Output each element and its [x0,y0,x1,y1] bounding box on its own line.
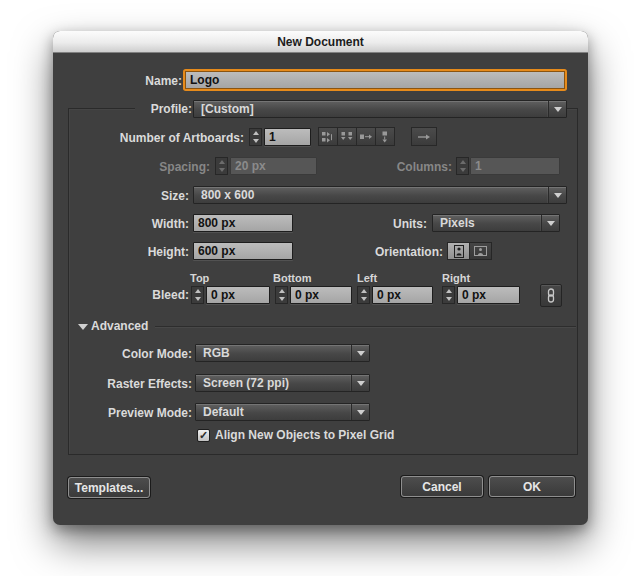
advanced-disclosure-triangle-icon[interactable] [78,324,88,330]
stepper-down-icon[interactable] [443,295,454,303]
name-input[interactable] [185,71,565,89]
arrange-by-column-icon [378,131,392,143]
height-label: Height: [73,245,189,260]
orientation-portrait-button[interactable] [447,242,470,260]
ok-button[interactable]: OK [489,476,575,497]
cancel-button[interactable]: Cancel [401,476,483,497]
bleed-link-button[interactable] [540,284,562,307]
color-mode-label: Color Mode: [53,347,192,362]
size-dropdown[interactable]: 800 x 600 [193,186,567,204]
color-mode-value: RGB [203,346,351,360]
bleed-left-input[interactable] [372,286,433,304]
bleed-left-stepper[interactable] [357,286,370,304]
orientation-buttons [447,242,492,260]
columns-stepper [456,157,469,175]
width-input[interactable] [193,214,293,232]
bleed-right-input[interactable] [457,286,520,304]
dropdown-arrow-icon [548,101,566,117]
bleed-top-stepper[interactable] [191,286,204,304]
raster-effects-value: Screen (72 ppi) [203,376,351,390]
dropdown-arrow-icon [351,404,369,420]
units-label: Units: [343,217,427,232]
spacing-label: Spacing: [73,160,210,175]
advanced-divider [155,326,576,327]
dropdown-arrow-icon [548,187,566,203]
preview-mode-value: Default [203,405,351,419]
checkmark-icon: ✓ [199,429,208,441]
profile-dropdown[interactable]: [Custom] [193,100,567,118]
size-label: Size: [73,189,189,204]
bleed-left-label: Left [357,272,377,284]
units-value: Pixels [440,216,541,230]
arrange-by-row-button[interactable] [356,127,376,146]
profile-value: [Custom] [201,102,548,116]
advanced-header[interactable]: Advanced [91,319,161,334]
arrange-by-column-button[interactable] [375,127,395,146]
stepper-up-icon[interactable] [443,287,454,295]
stepper-up-icon[interactable] [192,287,203,295]
columns-label: Columns: [333,160,452,175]
link-chain-icon [545,288,557,303]
landscape-icon [474,245,487,257]
pixel-grid-checkbox[interactable]: ✓ [197,429,210,442]
bleed-bottom-stepper[interactable] [275,286,288,304]
right-arrow-icon [417,131,431,143]
raster-effects-label: Raster Effects: [53,377,192,392]
dropdown-arrow-icon [541,215,559,231]
pixel-grid-label: Align New Objects to Pixel Grid [215,428,445,443]
stepper-up-icon [457,158,468,166]
artboards-input[interactable] [264,128,311,146]
dropdown-arrow-icon [351,345,369,361]
bleed-top-input[interactable] [206,286,270,304]
stepper-down-icon[interactable] [250,137,261,145]
bleed-label: Bleed: [73,288,189,303]
spacing-input [230,157,317,175]
name-label: Name: [53,74,182,89]
dialog-title: New Document [277,35,364,49]
stepper-down-icon[interactable] [358,295,369,303]
profile-label: Profile: [135,102,195,117]
orientation-label: Orientation: [333,245,443,260]
stepper-down-icon[interactable] [276,295,287,303]
portrait-icon [453,245,465,258]
templates-button[interactable]: Templates... [68,477,150,498]
grid-by-row-button[interactable] [318,127,338,146]
raster-effects-dropdown[interactable]: Screen (72 ppi) [195,374,370,392]
bleed-right-label: Right [442,272,470,284]
layout-direction-button[interactable] [411,127,437,146]
stepper-up-icon[interactable] [250,129,261,137]
artboards-label: Number of Artboards: [73,131,244,146]
bleed-right-stepper[interactable] [442,286,455,304]
color-mode-dropdown[interactable]: RGB [195,344,370,362]
grid-by-column-button[interactable] [337,127,357,146]
preview-mode-label: Preview Mode: [53,406,192,421]
dropdown-arrow-icon [351,375,369,391]
stepper-up-icon [216,158,227,166]
arrange-by-row-icon [359,131,373,143]
stepper-up-icon[interactable] [276,287,287,295]
bleed-top-label: Top [190,272,209,284]
grid-by-column-icon [340,131,354,143]
spacing-stepper [215,157,228,175]
grid-by-row-icon [321,131,335,143]
bleed-bottom-label: Bottom [273,272,312,284]
stepper-down-icon [457,166,468,174]
stepper-up-icon[interactable] [358,287,369,295]
columns-input [470,157,560,175]
orientation-landscape-button[interactable] [469,242,492,260]
stepper-down-icon [216,166,227,174]
dialog-titlebar[interactable]: New Document [53,31,588,53]
preview-mode-dropdown[interactable]: Default [195,403,370,421]
bleed-bottom-input[interactable] [290,286,352,304]
artboard-layout-buttons [318,127,395,146]
height-input[interactable] [193,242,293,260]
units-dropdown[interactable]: Pixels [432,214,560,232]
artboards-stepper[interactable] [249,128,262,146]
stepper-down-icon[interactable] [192,295,203,303]
width-label: Width: [73,217,189,232]
size-value: 800 x 600 [201,188,548,202]
new-document-dialog: New Document Name: Profile: [Custom] Num… [53,31,588,525]
